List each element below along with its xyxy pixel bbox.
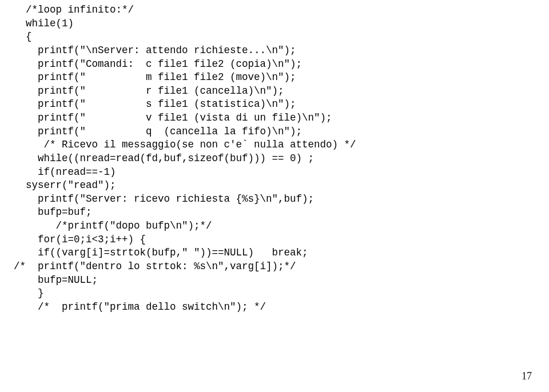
document-page: /*loop infinito:*/ while(1) { printf("\n…: [0, 0, 549, 392]
page-number: 17: [522, 369, 532, 383]
code-block: /*loop infinito:*/ while(1) { printf("\n…: [14, 3, 535, 314]
